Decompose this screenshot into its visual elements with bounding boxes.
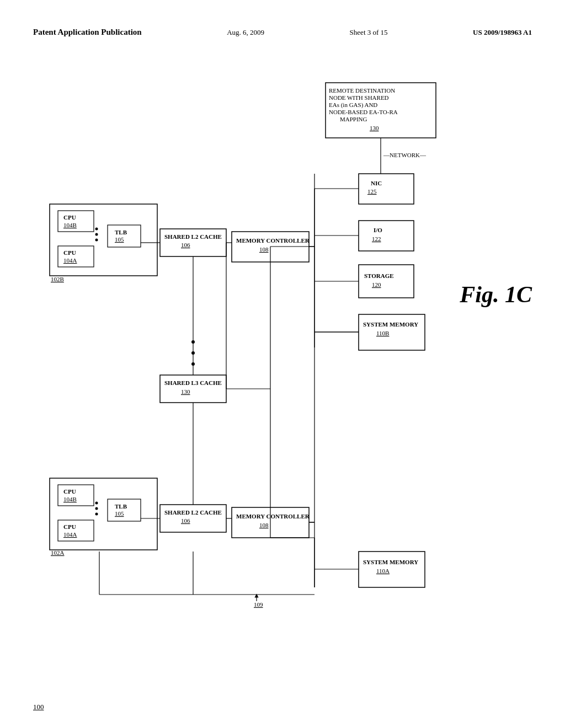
header-title: Patent Application Publication [33,28,142,37]
svg-point-50 [191,340,195,344]
svg-text:108: 108 [259,246,269,253]
svg-text:NODE WITH SHARED: NODE WITH SHARED [329,94,389,101]
svg-rect-61 [108,225,141,247]
svg-point-65 [95,233,98,236]
svg-text:110A: 110A [376,568,390,574]
svg-text:I/O: I/O [374,227,382,233]
svg-text:104B: 104B [63,496,77,502]
svg-text:SYSTEM MEMORY: SYSTEM MEMORY [363,321,418,328]
svg-text:NODE-BASED EA-TO-RA: NODE-BASED EA-TO-RA [329,109,398,115]
svg-text:SHARED L3 CACHE: SHARED L3 CACHE [164,379,222,386]
svg-point-51 [191,351,195,355]
svg-text:102B: 102B [51,276,64,282]
svg-text:108: 108 [259,522,269,528]
figure-label: Fig. 1C [460,281,532,308]
svg-text:MEMORY CONTROLLER: MEMORY CONTROLLER [236,237,310,244]
svg-text:SHARED L2 CACHE: SHARED L2 CACHE [164,233,222,240]
svg-text:102A: 102A [51,549,65,556]
patent-diagram: REMOTE DESTINATION NODE WITH SHARED EAs … [33,72,532,684]
svg-text:SYSTEM MEMORY: SYSTEM MEMORY [363,559,418,565]
svg-point-81 [95,507,98,510]
svg-text:STORAGE: STORAGE [364,272,394,279]
svg-point-80 [95,502,98,505]
svg-text:MAPPING: MAPPING [340,116,367,122]
svg-text:104A: 104A [63,531,77,538]
svg-text:TLB: TLB [115,229,127,235]
page-header: Patent Application Publication Aug. 6, 2… [33,28,532,37]
svg-text:REMOTE DESTINATION: REMOTE DESTINATION [329,87,395,94]
svg-text:130: 130 [181,388,190,395]
bottom-reference: 100 [33,703,44,711]
svg-rect-9 [359,174,414,204]
svg-rect-15 [359,265,414,298]
header-date: Aug. 6, 2009 [227,28,264,37]
svg-text:110B: 110B [376,330,389,336]
svg-text:120: 120 [372,281,381,288]
svg-text:106: 106 [181,242,190,248]
svg-text:109: 109 [254,601,263,608]
svg-text:TLB: TLB [115,503,127,510]
svg-text:EAs (in GAS) AND: EAs (in GAS) AND [329,101,377,109]
svg-text:105: 105 [115,236,124,243]
svg-text:CPU: CPU [63,523,76,530]
svg-text:106: 106 [181,517,190,524]
svg-text:NIC: NIC [371,180,382,186]
svg-point-82 [95,513,98,516]
svg-text:122: 122 [372,235,381,242]
svg-text:104A: 104A [63,257,77,264]
svg-rect-18 [359,314,425,350]
svg-point-66 [95,239,98,242]
svg-text:125: 125 [367,188,377,195]
svg-point-64 [95,228,98,231]
header-sheet: Sheet 3 of 15 [350,28,388,37]
svg-text:130: 130 [370,125,379,131]
header-pub: US 2009/198963 A1 [473,28,532,37]
svg-text:MEMORY CONTROLLER: MEMORY CONTROLLER [236,513,310,520]
svg-rect-77 [108,499,141,521]
patent-page: Patent Application Publication Aug. 6, 2… [0,0,565,728]
svg-text:—NETWORK—: —NETWORK— [383,152,427,158]
svg-rect-12 [359,221,414,251]
svg-point-52 [191,362,195,366]
svg-text:SHARED L2 CACHE: SHARED L2 CACHE [164,509,222,516]
svg-text:CPU: CPU [63,249,76,256]
svg-rect-21 [359,552,425,587]
svg-text:104B: 104B [63,222,77,228]
svg-text:CPU: CPU [63,488,76,495]
svg-text:105: 105 [115,510,124,517]
svg-text:CPU: CPU [63,214,76,221]
